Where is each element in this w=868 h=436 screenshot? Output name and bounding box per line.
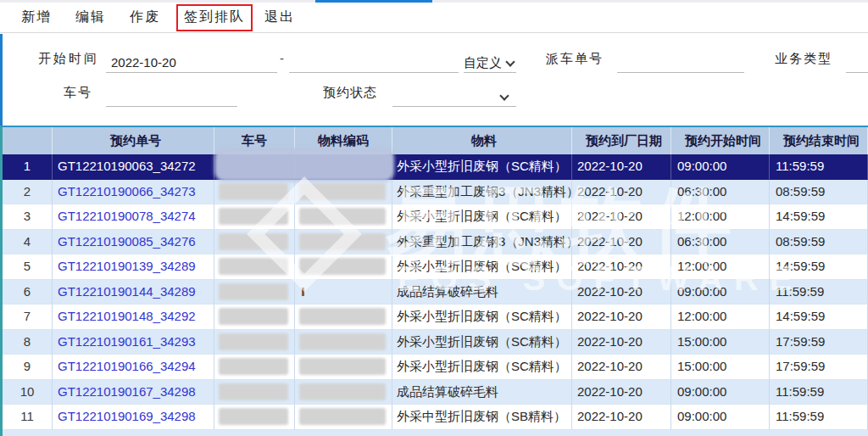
chevron-down-icon — [499, 91, 509, 100]
status-label: 预约状态 — [323, 85, 377, 101]
vehicle-no-cell-redacted — [214, 230, 295, 255]
void-button[interactable]: 作废 — [130, 8, 160, 26]
header-material: 物料 — [392, 127, 572, 154]
smudge-mark — [302, 288, 304, 296]
redaction-blob — [219, 183, 288, 200]
table-row[interactable]: 8GT12210190161_34293外采小型折旧废钢（SC精料）2022-1… — [3, 330, 868, 355]
redaction-blob — [299, 358, 386, 375]
new-button[interactable]: 新增 — [21, 8, 52, 26]
table-row-partial — [3, 430, 868, 436]
vehicle-no-cell-redacted — [214, 330, 295, 355]
start-date-input[interactable] — [106, 54, 277, 73]
business-type-label: 业务类型 — [775, 51, 832, 67]
header-end-time: 预约结束时间 — [770, 127, 868, 154]
start-time-cell: 12:00:00 — [671, 254, 770, 280]
order-no-link[interactable]: GT12210190066_34273 — [53, 180, 214, 205]
table-row[interactable]: 6GT12210190144_34289成品结算破碎毛料2022-10-2009… — [3, 280, 868, 305]
row-number-cell: 11 — [3, 405, 53, 430]
status-dropdown[interactable] — [392, 88, 516, 107]
start-time-cell: 15:00:00 — [671, 330, 770, 355]
end-time-cell: 08:59:59 — [770, 230, 868, 255]
header-arrival-date: 预约到厂日期 — [572, 127, 671, 154]
toolbar: 新增 编辑 作废 签到排队 退出 — [0, 3, 868, 33]
material-code-cell-redacted — [295, 230, 392, 255]
arrival-date-cell: 2022-10-20 — [572, 355, 671, 380]
table-row[interactable]: 4GT12210190085_34276外采重型加工废钢3（JN3精料）2022… — [3, 230, 868, 255]
end-time-cell: 14:59:59 — [770, 305, 868, 330]
redaction-blob — [219, 358, 288, 375]
arrival-date-cell: 2022-10-20 — [572, 230, 671, 255]
dispatch-no-input[interactable] — [617, 54, 744, 73]
redaction-blob — [219, 208, 288, 225]
table-row[interactable]: 11GT12210190169_34298外采中型折旧废钢（SB精料）2022-… — [3, 405, 868, 430]
material-code-cell-redacted — [295, 254, 392, 280]
order-no-link[interactable]: GT12210190166_34294 — [53, 355, 214, 380]
end-time-cell: 14:59:59 — [770, 204, 868, 230]
range-mode-dropdown[interactable]: 自定义 — [464, 54, 516, 73]
material-cell: 外采小型折旧废钢（SC精料） — [392, 305, 572, 330]
order-no-link[interactable]: GT12210190167_34298 — [53, 380, 214, 405]
vehicle-no-cell-redacted — [214, 180, 295, 205]
end-time-cell: 11:59:59 — [770, 280, 868, 305]
end-time-cell: 17:59:59 — [770, 355, 868, 380]
filter-panel: 开始时间 - 自定义 派车单号 业务类型 车号 预约状态 — [0, 34, 868, 126]
order-no-link[interactable]: GT12210190139_34289 — [53, 254, 214, 280]
start-time-label: 开始时间 — [38, 51, 99, 67]
order-no-link[interactable]: GT12210190161_34293 — [53, 330, 214, 355]
table-row[interactable]: 9GT12210190166_34294外采小型折旧废钢（SC精料）2022-1… — [3, 355, 868, 380]
table-row[interactable]: 3GT12210190078_34274外采小型折旧废钢（SC精料）2022-1… — [3, 204, 868, 230]
order-no-link[interactable]: GT12210190144_34289 — [53, 280, 214, 305]
redaction-blob — [219, 408, 288, 425]
exit-button[interactable]: 退出 — [264, 8, 295, 26]
business-type-input[interactable] — [846, 54, 868, 73]
edit-button[interactable]: 编辑 — [75, 8, 106, 26]
arrival-date-cell: 2022-10-20 — [572, 405, 671, 430]
checkin-queue-highlight-box[interactable]: 签到排队 — [176, 4, 253, 31]
redaction-blob — [299, 208, 386, 225]
header-start-time: 预约开始时间 — [671, 127, 770, 154]
order-no-link[interactable]: GT12210190148_34292 — [53, 305, 214, 330]
end-date-input[interactable] — [289, 54, 459, 73]
material-code-cell-redacted — [295, 405, 392, 430]
order-no-link[interactable]: GT12210190085_34276 — [53, 230, 214, 255]
start-time-cell: 06:30:00 — [671, 180, 770, 205]
table-row[interactable]: 7GT12210190148_34292外采小型折旧废钢（SC精料）2022-1… — [3, 305, 868, 330]
redaction-blob — [299, 258, 386, 275]
row-number-cell: 10 — [3, 380, 53, 405]
row-number-cell: 1 — [3, 154, 53, 180]
material-cell: 外采小型折旧废钢（SC精料） — [392, 254, 572, 280]
material-code-cell-redacted — [295, 380, 392, 405]
row-number-cell: 3 — [3, 204, 53, 230]
start-time-cell: 12:00:00 — [671, 204, 770, 230]
order-no-link[interactable]: GT12210190078_34274 — [53, 204, 214, 230]
order-no-link[interactable]: GT12210190169_34298 — [53, 405, 214, 430]
arrival-date-cell: 2022-10-20 — [572, 154, 671, 180]
arrival-date-cell: 2022-10-20 — [572, 254, 671, 280]
vehicle-no-cell-redacted — [214, 405, 295, 430]
vehicle-no-cell-redacted — [214, 305, 295, 330]
table-row[interactable]: 5GT12210190139_34289外采小型折旧废钢（SC精料）2022-1… — [3, 254, 868, 280]
redaction-blob — [299, 183, 386, 200]
material-cell: 外采小型折旧废钢（SC精料） — [392, 330, 572, 355]
vehicle-no-input[interactable] — [106, 88, 237, 107]
table-row[interactable]: 2GT12210190066_34273外采重型加工废钢3（JN3精料）2022… — [3, 180, 868, 205]
order-no-link[interactable]: GT12210190063_34272 — [53, 154, 214, 180]
row-number-cell: 9 — [3, 355, 53, 380]
arrival-date-cell: 2022-10-20 — [572, 280, 671, 305]
date-range-separator: - — [280, 51, 284, 65]
table-row[interactable]: 1GT12210190063_34272外采小型折旧废钢（SC精料）2022-1… — [3, 154, 868, 180]
checkin-queue-button[interactable]: 签到排队 — [184, 9, 245, 24]
vehicle-no-cell-redacted — [214, 380, 295, 405]
table-row[interactable]: 10GT12210190167_34298成品结算破碎毛料2022-10-200… — [3, 380, 868, 405]
vehicle-no-cell-redacted — [214, 280, 295, 305]
start-time-cell: 09:00:00 — [671, 405, 770, 430]
redaction-blob — [299, 233, 386, 250]
end-time-cell: 11:59:59 — [770, 154, 868, 180]
redaction-blob — [299, 383, 386, 400]
reservation-table: 预约单号 车号 物料编码 物料 预约到厂日期 预约开始时间 预约结束时间 1GT… — [0, 126, 868, 436]
arrival-date-cell: 2022-10-20 — [572, 305, 671, 330]
start-time-cell: 09:00:00 — [671, 280, 770, 305]
start-time-cell: 15:00:00 — [671, 355, 770, 380]
range-mode-value: 自定义 — [464, 55, 502, 71]
material-cell: 外采重型加工废钢3（JN3精料） — [392, 180, 572, 205]
